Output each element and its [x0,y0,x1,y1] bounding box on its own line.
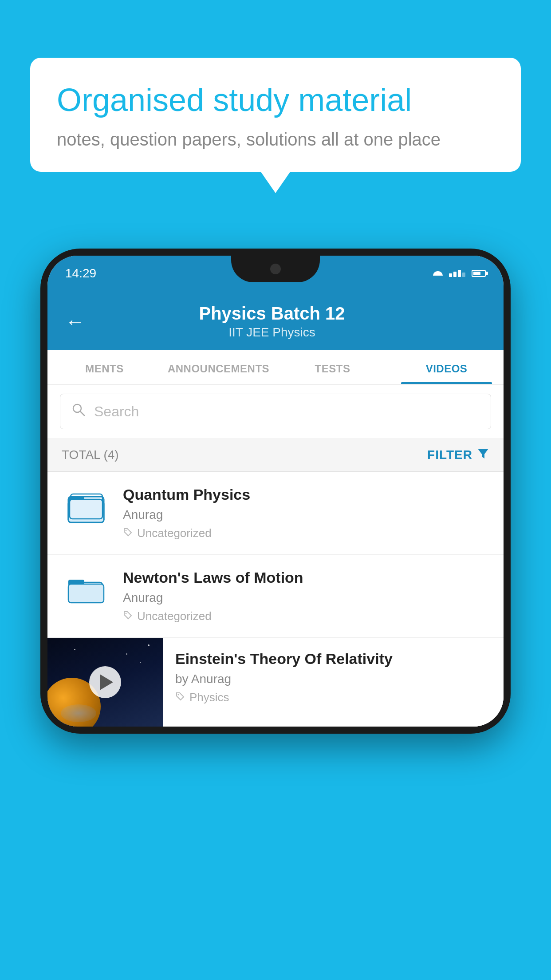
total-count: TOTAL (4) [62,448,119,462]
tag-icon [123,526,133,540]
back-button[interactable]: ← [65,311,85,333]
svg-rect-11 [68,584,104,603]
svg-line-1 [80,411,84,415]
filter-row: TOTAL (4) FILTER [47,438,504,472]
item-tag: Uncategorized [123,526,489,540]
content-area: Quantum Physics Anurag Uncategorized [47,472,504,727]
tab-tests[interactable]: TESTS [276,350,390,384]
item-thumbnail [62,572,110,612]
item-info: Einstein's Theory Of Relativity by Anura… [163,638,504,717]
tab-ments[interactable]: MENTS [47,350,161,384]
play-button[interactable] [89,666,121,698]
item-title: Newton's Laws of Motion [123,569,489,586]
item-title: Quantum Physics [123,486,489,503]
item-title: Einstein's Theory Of Relativity [175,650,491,668]
svg-marker-2 [478,449,488,458]
list-item[interactable]: Einstein's Theory Of Relativity by Anura… [47,638,504,727]
status-time: 14:29 [65,266,96,281]
tag-icon [123,609,133,623]
search-icon [71,402,86,421]
filter-button[interactable]: FILTER [427,447,489,462]
search-container: Search [47,385,504,438]
speech-bubble-title: Organised study material [57,81,494,119]
tab-videos[interactable]: VIDEOS [390,350,504,384]
list-item[interactable]: Newton's Laws of Motion Anurag Uncategor… [47,555,504,638]
item-author: by Anurag [175,672,491,686]
batch-subtitle: IIT JEE Physics [98,325,446,340]
filter-icon [477,447,489,462]
speech-bubble-subtitle: notes, question papers, solutions all at… [57,130,494,150]
item-info: Quantum Physics Anurag Uncategorized [123,486,489,540]
subtitle-iitjee: IIT JEE [228,325,269,339]
phone-mockup: 14:29 [40,249,511,734]
item-tag: Physics [175,691,491,704]
item-thumbnail [62,489,110,529]
svg-point-8 [126,530,127,531]
phone-frame: 14:29 [40,249,511,734]
status-bar: 14:29 [47,256,504,291]
item-info: Newton's Laws of Motion Anurag Uncategor… [123,569,489,623]
tab-announcements[interactable]: ANNOUNCEMENTS [161,350,276,384]
batch-title: Physics Batch 12 [98,304,446,324]
app-header: ← Physics Batch 12 IIT JEE Physics [47,291,504,350]
battery-icon [472,270,486,277]
speech-bubble: Organised study material notes, question… [30,58,521,172]
tag-icon [175,691,185,704]
subtitle-physics: Physics [272,325,315,339]
item-thumbnail-image [47,638,163,727]
svg-point-13 [178,694,179,695]
search-placeholder: Search [94,403,139,420]
search-bar[interactable]: Search [60,394,491,429]
item-author: Anurag [123,591,489,605]
tabs-bar: MENTS ANNOUNCEMENTS TESTS VIDEOS [47,350,504,385]
speech-bubble-section: Organised study material notes, question… [30,58,521,172]
header-center: Physics Batch 12 IIT JEE Physics [98,304,446,340]
svg-point-12 [126,613,127,614]
phone-screen: 14:29 [47,256,504,727]
item-tag: Uncategorized [123,609,489,623]
signal-icon [449,270,465,277]
status-icons [433,270,486,277]
list-item[interactable]: Quantum Physics Anurag Uncategorized [47,472,504,555]
item-author: Anurag [123,508,489,522]
camera [270,264,281,274]
filter-label: FILTER [427,448,472,462]
svg-rect-7 [70,499,102,519]
